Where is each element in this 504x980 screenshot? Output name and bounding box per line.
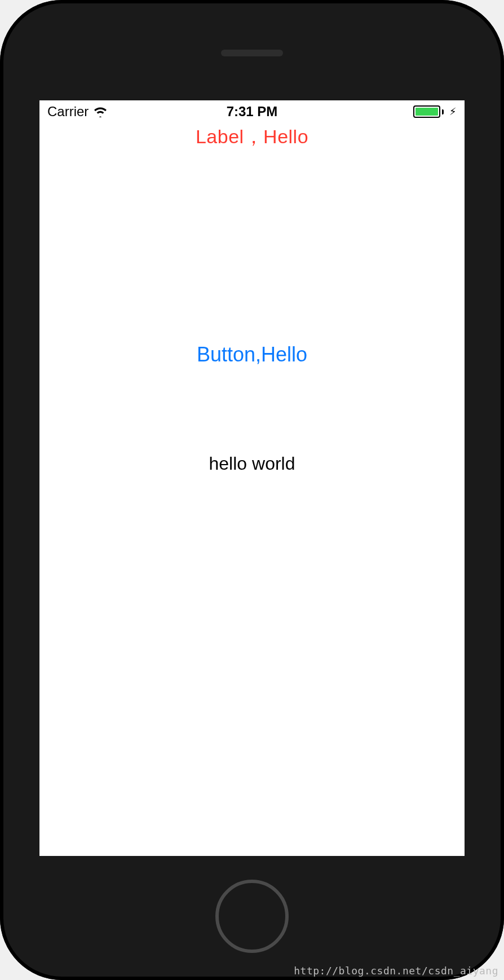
screen: Carrier 7:31 PM ⚡︎ [39, 100, 465, 856]
home-button[interactable] [215, 880, 289, 953]
clock-label: 7:31 PM [227, 104, 278, 119]
device-frame: Carrier 7:31 PM ⚡︎ [0, 0, 504, 980]
title-label: Label，Hello [39, 124, 465, 150]
status-bar: Carrier 7:31 PM ⚡︎ [39, 100, 465, 123]
volume-down-button [0, 327, 2, 395]
volume-up-button [0, 242, 2, 310]
carrier-label: Carrier [47, 104, 89, 120]
wifi-icon [93, 106, 108, 117]
charging-icon: ⚡︎ [449, 107, 457, 117]
speaker-grille [221, 50, 283, 56]
hello-world-label: hello world [39, 453, 465, 474]
app-content: Label，Hello Button,Hello hello world [39, 123, 465, 856]
power-button [502, 259, 504, 344]
mute-switch [0, 169, 2, 209]
battery-icon [413, 105, 444, 118]
watermark-text: http://blog.csdn.net/csdn_aiyang [294, 965, 498, 977]
hello-button[interactable]: Button,Hello [39, 343, 465, 367]
